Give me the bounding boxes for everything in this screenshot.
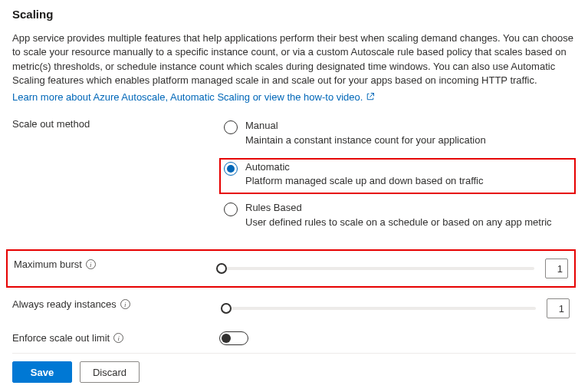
maximum-burst-input[interactable] <box>545 259 568 278</box>
radio-desc: Platform managed scale up and down based… <box>245 175 484 188</box>
enforce-limit-toggle[interactable] <box>219 331 248 345</box>
page-title: Scaling <box>12 8 576 21</box>
radio-option-automatic[interactable]: AutomaticPlatform managed scale up and d… <box>219 158 576 195</box>
radio-circle[interactable] <box>224 203 238 216</box>
always-ready-input[interactable] <box>547 298 570 318</box>
radio-label: Rules Based <box>245 202 552 215</box>
maximum-burst-label: Maximum burst <box>14 259 82 270</box>
radio-option-manual[interactable]: ManualMaintain a constant instance count… <box>219 117 576 153</box>
always-ready-row: Always ready instances i <box>12 297 576 320</box>
slider-thumb[interactable] <box>216 263 227 274</box>
radio-option-rules-based[interactable]: Rules BasedUser defined rules to scale o… <box>219 199 576 236</box>
info-icon[interactable]: i <box>86 259 96 269</box>
maximum-burst-slider[interactable] <box>216 267 534 270</box>
info-icon[interactable]: i <box>113 333 123 343</box>
always-ready-slider[interactable] <box>221 307 536 310</box>
radio-texts: ManualMaintain a constant instance count… <box>245 120 486 147</box>
scale-out-method-row: Scale out method ManualMaintain a consta… <box>12 117 576 236</box>
always-ready-label: Always ready instances <box>12 298 117 310</box>
save-button[interactable]: Save <box>12 361 72 383</box>
learn-more-link[interactable]: Learn more about Azure Autoscale, Automa… <box>12 91 375 103</box>
button-bar: Save Discard <box>12 353 576 383</box>
radio-texts: Rules BasedUser defined rules to scale o… <box>245 202 552 229</box>
scale-out-method-label: Scale out method <box>12 117 219 130</box>
learn-more-link-text: Learn more about Azure Autoscale, Automa… <box>12 91 363 103</box>
radio-desc: Maintain a constant instance count for y… <box>245 134 486 147</box>
scaling-description: App service provides multiple features t… <box>12 31 576 88</box>
radio-dot <box>227 165 235 173</box>
radio-texts: AutomaticPlatform managed scale up and d… <box>245 161 484 189</box>
external-link-icon <box>366 92 375 101</box>
radio-desc: User defined rules to scale on a schedul… <box>245 216 552 229</box>
info-icon[interactable]: i <box>120 299 130 309</box>
radio-circle[interactable] <box>224 162 238 176</box>
toggle-knob <box>222 334 231 343</box>
maximum-burst-row: Maximum burst i <box>6 249 576 288</box>
slider-thumb[interactable] <box>221 303 232 314</box>
radio-circle[interactable] <box>224 120 238 134</box>
scale-out-method-radiogroup: ManualMaintain a constant instance count… <box>219 117 576 236</box>
radio-label: Automatic <box>245 161 484 174</box>
enforce-limit-row: Enforce scale out limit i <box>12 331 576 345</box>
enforce-limit-label: Enforce scale out limit <box>12 332 110 344</box>
discard-button[interactable]: Discard <box>80 361 140 383</box>
radio-label: Manual <box>245 120 486 133</box>
